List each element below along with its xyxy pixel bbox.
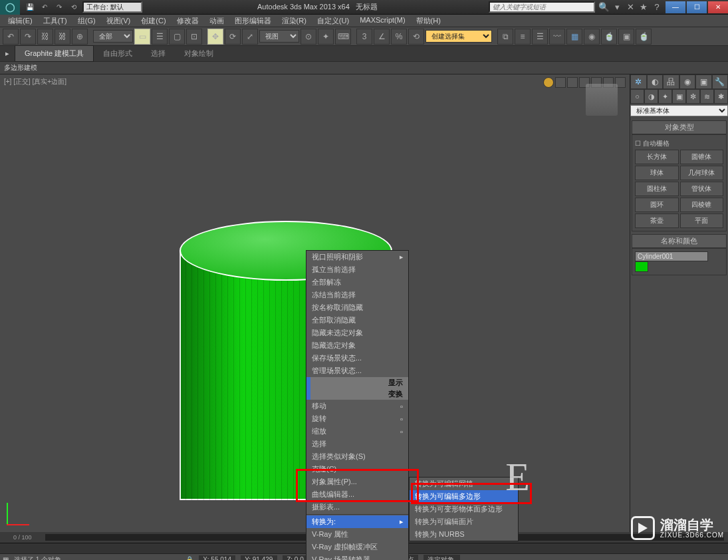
sub-spacewarps-icon[interactable]: ≋ [700, 89, 714, 104]
menu-maxscript[interactable]: MAXScript(M) [354, 15, 410, 27]
curve-editor-icon[interactable]: 〰 [549, 29, 565, 45]
percentsnap-icon[interactable]: % [391, 29, 407, 45]
qat-undo-icon[interactable]: ↶ [39, 2, 51, 13]
link-icon[interactable]: ⛓ [37, 29, 53, 45]
ctx-curve-editor[interactable]: 曲线编辑器... [306, 488, 408, 501]
help-icon[interactable]: ? [651, 2, 663, 13]
menu-rendering[interactable]: 渲染(R) [277, 15, 312, 27]
qat-redo-icon[interactable]: ↷ [53, 2, 65, 13]
ctx-hide-sel[interactable]: 隐藏选定对象 [306, 339, 408, 352]
layers-icon[interactable]: ☰ [532, 29, 548, 45]
ribbon-tab-freeform[interactable]: 自由形式 [94, 46, 142, 61]
minimize-button[interactable]: — [666, 1, 685, 13]
align-icon[interactable]: ≡ [515, 29, 531, 45]
category-dropdown[interactable]: 标准基本体 [630, 105, 728, 116]
prim-cylinder[interactable]: 圆柱体 [635, 182, 679, 196]
ctx-vray-vfb[interactable]: V-Ray 虚拟帧缓冲区 [306, 541, 408, 553]
ctx-unfreeze-all[interactable]: 全部解冻 [306, 276, 408, 289]
ctx-save-state[interactable]: 保存场景状态... [306, 352, 408, 364]
menu-customize[interactable]: 自定义(U) [312, 15, 354, 27]
sub-nurbs[interactable]: 转换为 NURBS [410, 528, 518, 541]
playback-icon[interactable]: ▦ [3, 556, 9, 560]
lock-icon[interactable]: 🔒 [185, 556, 193, 560]
sub-shapes-icon[interactable]: ◑ [644, 89, 658, 104]
search-icon[interactable]: 🔍 [598, 2, 610, 13]
prim-torus[interactable]: 圆环 [635, 198, 679, 212]
menu-tools[interactable]: 工具(T) [38, 15, 72, 27]
object-color-swatch[interactable] [635, 261, 648, 272]
material-editor-icon[interactable]: ◉ [584, 29, 600, 45]
sub-deform-poly[interactable]: 转换为可变形物体面多边形 [410, 503, 518, 515]
signin-icon[interactable]: ▾ [611, 2, 623, 13]
sub-cameras-icon[interactable]: ▣ [672, 89, 686, 104]
menu-modifiers[interactable]: 修改器 [172, 15, 204, 27]
qat-link-icon[interactable]: ⟲ [68, 2, 80, 13]
pivot-icon[interactable]: ⊙ [301, 29, 316, 45]
object-name-input[interactable] [635, 251, 708, 261]
menu-animation[interactable]: 动画 [204, 15, 229, 27]
select-name-icon[interactable]: ☰ [152, 29, 168, 45]
ctx-unhide-name[interactable]: 按名称取消隐藏 [306, 301, 408, 314]
schematic-icon[interactable]: ▦ [566, 29, 582, 45]
anglesnap-icon[interactable]: ∠ [374, 29, 390, 45]
ctx-vray-props[interactable]: V-Ray 属性 [306, 528, 408, 541]
ctx-scale[interactable]: 缩放▫ [306, 425, 408, 438]
ctx-vray-sceneconv[interactable]: V-Ray 场景转换器 [306, 553, 408, 560]
sub-systems-icon[interactable]: ✱ [714, 89, 728, 104]
tab-modify-icon[interactable]: ◐ [647, 74, 664, 89]
sub-helpers-icon[interactable]: ✼ [686, 89, 700, 104]
ctx-freeze-sel[interactable]: 冻结当前选择 [306, 289, 408, 301]
move-icon[interactable]: ✥ [207, 29, 223, 45]
prim-sphere[interactable]: 球体 [635, 166, 679, 180]
ribbon-toggle-icon[interactable]: ▸ [0, 49, 15, 58]
bind-icon[interactable]: ⊕ [72, 29, 88, 45]
rollout-objtype[interactable]: 对象类型 [632, 120, 727, 134]
render-icon[interactable]: 🍵 [636, 29, 652, 45]
ctx-obj-props[interactable]: 对象属性(P)... [306, 476, 408, 488]
exchange-icon[interactable]: ✕ [624, 2, 636, 13]
ctx-move[interactable]: 移动▫ [306, 400, 408, 412]
manip-icon[interactable]: ✦ [318, 29, 334, 45]
sub-editable-poly[interactable]: 转换为可编辑多边形 [410, 490, 518, 503]
menu-group[interactable]: 组(G) [72, 15, 101, 27]
menu-grapheditors[interactable]: 图形编辑器 [229, 15, 277, 27]
snap-icon[interactable]: 3 [356, 29, 372, 45]
ctx-manage-state[interactable]: 管理场景状态... [306, 364, 408, 377]
ctx-rotate[interactable]: 旋转▫ [306, 412, 408, 425]
tab-hierarchy-icon[interactable]: 品 [663, 74, 679, 89]
vp-icon[interactable] [555, 77, 566, 88]
menu-create[interactable]: 创建(C) [136, 15, 171, 27]
favorite-icon[interactable]: ★ [638, 2, 650, 13]
ctx-select-similar[interactable]: 选择类似对象(S) [306, 450, 408, 463]
prim-geosphere[interactable]: 几何球体 [680, 166, 724, 180]
selection-filter[interactable]: 全部 [93, 30, 133, 43]
ctx-dope-sheet[interactable]: 摄影表... [306, 501, 408, 513]
tab-create-icon[interactable]: ✲ [630, 74, 647, 89]
menu-help[interactable]: 帮助(H) [411, 15, 446, 27]
spinnersnap-icon[interactable]: ⟲ [408, 29, 424, 45]
workspace-selector[interactable] [82, 1, 142, 13]
maximize-button[interactable]: ☐ [687, 1, 707, 13]
tab-utilities-icon[interactable]: 🔧 [712, 74, 729, 89]
ctx-convert-to[interactable]: 转换为: [306, 515, 408, 528]
close-button[interactable]: ✕ [708, 1, 728, 13]
ctx-select[interactable]: 选择 [306, 438, 408, 450]
prim-plane[interactable]: 平面 [680, 213, 724, 228]
ctx-clone[interactable]: 克隆(C) [306, 463, 408, 476]
app-icon[interactable]: ◯ [0, 0, 20, 15]
coord-x[interactable]: X: 55.014 [199, 555, 235, 560]
prim-pyramid[interactable]: 四棱锥 [680, 198, 724, 212]
named-selection-sets[interactable]: 创建选择集 [425, 30, 492, 43]
selkey-label[interactable]: 选定对象 [424, 555, 460, 561]
qat-save-icon[interactable]: 💾 [24, 2, 36, 13]
sub-lights-icon[interactable]: ✦ [658, 89, 672, 104]
ribbon-tab-selection[interactable]: 选择 [142, 46, 175, 61]
sub-geometry-icon[interactable]: ○ [630, 89, 644, 104]
ctx-isolate[interactable]: 孤立当前选择 [306, 263, 408, 276]
ribbon-tab-paint[interactable]: 对象绘制 [175, 46, 223, 61]
refcoord-dropdown[interactable]: 视图 [259, 30, 299, 43]
autogrid-checkbox[interactable]: ☐ 自动栅格 [635, 138, 723, 150]
ribbon-tab-graphite[interactable]: Graphite 建模工具 [15, 45, 94, 62]
prim-box[interactable]: 长方体 [635, 150, 679, 164]
ctx-hide-unsel[interactable]: 隐藏未选定对象 [306, 327, 408, 339]
